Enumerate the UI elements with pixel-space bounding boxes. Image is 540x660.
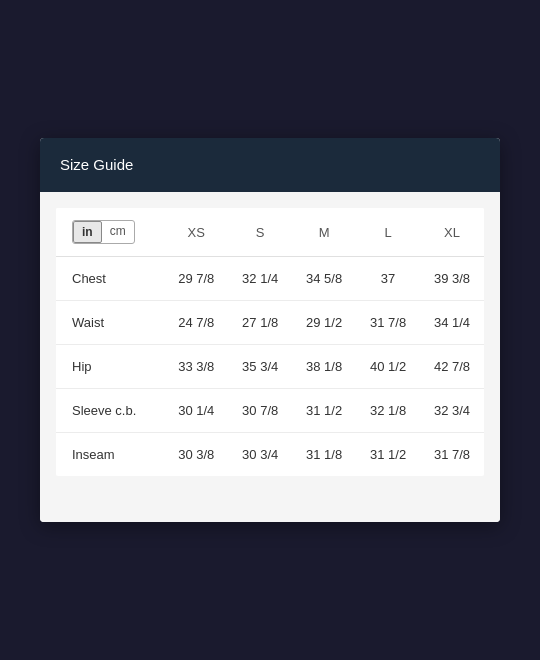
- table-row: Hip33 3/835 3/438 1/840 1/242 7/8: [56, 345, 484, 389]
- row-value: 31 1/2: [292, 389, 356, 433]
- row-value: 30 3/8: [164, 433, 228, 477]
- row-value: 30 7/8: [228, 389, 292, 433]
- row-label: Sleeve c.b.: [56, 389, 164, 433]
- table-row: Sleeve c.b.30 1/430 7/831 1/232 1/832 3/…: [56, 389, 484, 433]
- row-value: 31 1/2: [356, 433, 420, 477]
- unit-in-button[interactable]: in: [73, 221, 102, 243]
- row-value: 31 1/8: [292, 433, 356, 477]
- row-value: 30 1/4: [164, 389, 228, 433]
- row-value: 34 5/8: [292, 257, 356, 301]
- table-header-row: in cm XS S M L XL: [56, 208, 484, 257]
- row-value: 38 1/8: [292, 345, 356, 389]
- unit-toggle-cell: in cm: [56, 208, 164, 257]
- modal-title: Size Guide: [60, 156, 133, 173]
- row-value: 32 1/4: [228, 257, 292, 301]
- row-value: 33 3/8: [164, 345, 228, 389]
- col-xl: XL: [420, 208, 484, 257]
- modal-body: in cm XS S M L XL Chest29 7/832 1/434 5/…: [40, 192, 500, 522]
- col-s: S: [228, 208, 292, 257]
- row-value: 35 3/4: [228, 345, 292, 389]
- row-label: Inseam: [56, 433, 164, 477]
- row-value: 24 7/8: [164, 301, 228, 345]
- row-value: 29 7/8: [164, 257, 228, 301]
- row-label: Waist: [56, 301, 164, 345]
- row-value: 32 1/8: [356, 389, 420, 433]
- table-row: Chest29 7/832 1/434 5/83739 3/8: [56, 257, 484, 301]
- row-value: 29 1/2: [292, 301, 356, 345]
- modal-header: Size Guide: [40, 138, 500, 192]
- size-guide-modal: Size Guide in cm XS S M L: [40, 138, 500, 522]
- size-table: in cm XS S M L XL Chest29 7/832 1/434 5/…: [56, 208, 484, 476]
- col-l: L: [356, 208, 420, 257]
- row-value: 30 3/4: [228, 433, 292, 477]
- row-value: 32 3/4: [420, 389, 484, 433]
- size-table-wrapper: in cm XS S M L XL Chest29 7/832 1/434 5/…: [56, 208, 484, 476]
- row-value: 39 3/8: [420, 257, 484, 301]
- col-m: M: [292, 208, 356, 257]
- row-label: Chest: [56, 257, 164, 301]
- table-row: Waist24 7/827 1/829 1/231 7/834 1/4: [56, 301, 484, 345]
- unit-toggle[interactable]: in cm: [72, 220, 135, 244]
- row-value: 27 1/8: [228, 301, 292, 345]
- row-value: 31 7/8: [420, 433, 484, 477]
- row-value: 31 7/8: [356, 301, 420, 345]
- table-row: Inseam30 3/830 3/431 1/831 1/231 7/8: [56, 433, 484, 477]
- row-value: 42 7/8: [420, 345, 484, 389]
- row-value: 40 1/2: [356, 345, 420, 389]
- row-value: 37: [356, 257, 420, 301]
- footer-spacer: [56, 476, 484, 506]
- row-label: Hip: [56, 345, 164, 389]
- col-xs: XS: [164, 208, 228, 257]
- row-value: 34 1/4: [420, 301, 484, 345]
- unit-cm-button[interactable]: cm: [102, 221, 134, 243]
